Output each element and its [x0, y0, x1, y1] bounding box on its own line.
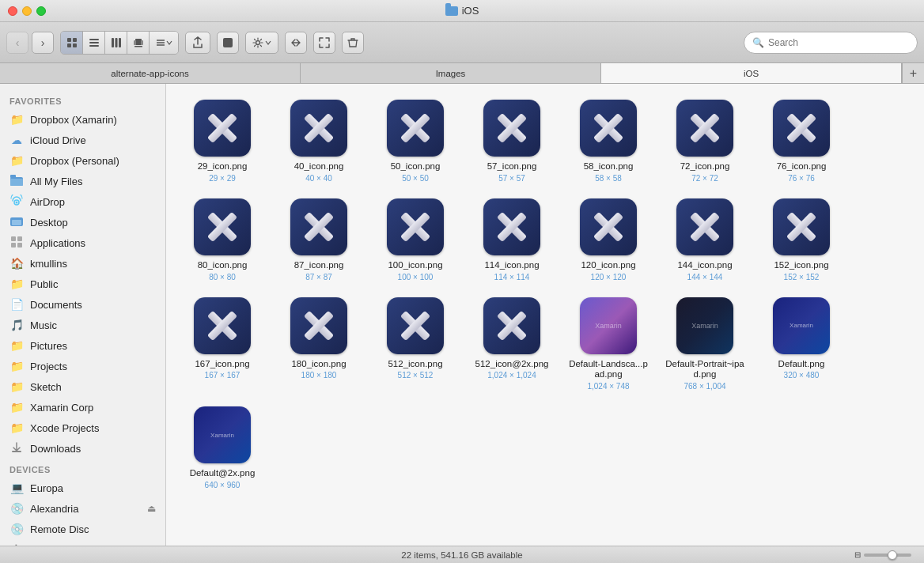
file-item-default-portrait[interactable]: Xamarin Default-Portrait~ipad.png 768 × …: [661, 294, 748, 395]
sidebar-item-europa[interactable]: 💻 Europa: [0, 478, 165, 498]
file-name: Default.png: [778, 359, 825, 370]
sidebar-item-desktop[interactable]: Desktop: [0, 212, 165, 232]
file-name: Default@2x.png: [190, 468, 256, 479]
x-icon: [684, 206, 725, 247]
view-arrange-button[interactable]: [150, 32, 178, 54]
file-icon: [387, 297, 444, 354]
view-list-button[interactable]: [83, 32, 105, 54]
file-grid: 29_icon.png 29 × 29 40_icon.png 40 × 40 …: [179, 96, 911, 493]
file-item-50[interactable]: 50_icon.png 50 × 50: [372, 96, 459, 186]
svg-rect-26: [17, 243, 22, 247]
x-icon: [491, 108, 532, 149]
file-size: 1,024 × 1,024: [487, 371, 536, 380]
file-size: 40 × 40: [305, 174, 332, 183]
sidebar-item-xcode-projects[interactable]: 📁 Xcode Projects: [0, 418, 165, 438]
sidebar-item-xamarin-corp[interactable]: 📁 Xamarin Corp: [0, 397, 165, 418]
forward-button[interactable]: ›: [32, 32, 54, 54]
file-item-512x2[interactable]: 512_icon@2x.png 1,024 × 1,024: [468, 294, 555, 395]
sidebar-item-public[interactable]: 📁 Public: [0, 274, 165, 294]
splash-label: Xamarin: [595, 322, 622, 330]
disk-icon: 💿: [9, 502, 24, 515]
x-icon: [491, 305, 532, 346]
folder-icon: 📁: [9, 380, 24, 393]
file-item-100[interactable]: 100_icon.png 100 × 100: [372, 195, 459, 285]
arrange2-button[interactable]: [285, 32, 307, 54]
file-size: 768 × 1,004: [684, 382, 725, 391]
expand-button[interactable]: [313, 32, 335, 54]
back-button[interactable]: ‹: [6, 32, 28, 54]
file-item-80[interactable]: 80_icon.png 80 × 80: [179, 195, 266, 285]
svg-rect-5: [89, 42, 99, 43]
sidebar-item-time-machine[interactable]: ⏱ Time Machine ⏏: [0, 539, 165, 546]
file-item-72[interactable]: 72_icon.png 72 × 72: [661, 96, 748, 186]
view-coverflow-button[interactable]: [127, 32, 150, 54]
file-name: 114_icon.png: [484, 260, 539, 271]
sidebar-item-remote-disc[interactable]: 💿 Remote Disc: [0, 519, 165, 539]
action-dropdown-icon: [265, 40, 271, 46]
view-columns-button[interactable]: [105, 32, 127, 54]
sidebar-item-all-my-files[interactable]: All My Files: [0, 171, 165, 191]
sidebar-item-dropbox-personal[interactable]: 📁 Dropbox (Personal): [0, 150, 165, 171]
view-icon-button[interactable]: [61, 32, 83, 54]
delete-button[interactable]: [342, 32, 364, 54]
close-button[interactable]: [8, 6, 17, 16]
file-name: 58_icon.png: [584, 161, 634, 172]
sidebar-item-alexandria[interactable]: 💿 Alexandria ⏏: [0, 498, 165, 519]
sidebar-item-pictures[interactable]: 📁 Pictures: [0, 335, 165, 356]
file-name: 87_icon.png: [294, 260, 344, 271]
file-size: 152 × 152: [784, 273, 820, 282]
tab-ios[interactable]: iOS: [601, 63, 902, 83]
share-button[interactable]: [185, 32, 210, 54]
sidebar-item-kmullins[interactable]: 🏠 kmullins: [0, 253, 165, 274]
file-name: 180_icon.png: [291, 359, 346, 370]
search-box[interactable]: 🔍: [744, 32, 918, 54]
sidebar-item-icloud-drive[interactable]: ☁ iCloud Drive: [0, 130, 165, 150]
zoom-slider[interactable]: ⊟: [854, 550, 911, 559]
file-icon: [387, 198, 444, 255]
file-item-512[interactable]: 512_icon.png 512 × 512: [372, 294, 459, 395]
file-item-58[interactable]: 58_icon.png 58 × 58: [565, 96, 652, 186]
file-item-29[interactable]: 29_icon.png 29 × 29: [179, 96, 266, 186]
sidebar-item-airdrop[interactable]: AirDrop: [0, 191, 165, 212]
file-item-default-landscape[interactable]: Xamarin Default-Landsca...pad.png 1,024 …: [565, 294, 652, 395]
file-item-114[interactable]: 114_icon.png 114 × 114: [468, 195, 555, 285]
file-item-40[interactable]: 40_icon.png 40 × 40: [275, 96, 362, 186]
cloud-icon: ☁: [9, 134, 24, 146]
sidebar-item-dropbox-xamarin[interactable]: 📁 Dropbox (Xamarin): [0, 109, 165, 130]
content-area: 29_icon.png 29 × 29 40_icon.png 40 × 40 …: [166, 84, 924, 546]
sidebar-item-projects[interactable]: 📁 Projects: [0, 356, 165, 376]
file-item-default[interactable]: Xamarin Default.png 320 × 480: [758, 294, 845, 395]
arrange-icon: [155, 37, 166, 48]
tab-alternate-app-icons[interactable]: alternate-app-icons: [0, 63, 301, 83]
file-item-76[interactable]: 76_icon.png 76 × 76: [758, 96, 845, 186]
file-icon: [580, 198, 637, 255]
file-size: 144 × 144: [687, 273, 723, 282]
eject-button[interactable]: ⏏: [147, 503, 156, 514]
sidebar-item-downloads[interactable]: Downloads: [0, 438, 165, 459]
minimize-button[interactable]: [22, 6, 32, 16]
file-item-167[interactable]: 167_icon.png 167 × 167: [179, 294, 266, 395]
sidebar-item-sketch[interactable]: 📁 Sketch: [0, 376, 165, 397]
file-size: 58 × 58: [595, 174, 622, 183]
sidebar-item-documents[interactable]: 📄 Documents: [0, 294, 165, 315]
add-tab-button[interactable]: +: [902, 63, 924, 83]
file-item-180[interactable]: 180_icon.png 180 × 180: [275, 294, 362, 395]
file-item-144[interactable]: 144_icon.png 144 × 144: [661, 195, 748, 285]
file-item-152[interactable]: 152_icon.png 152 × 152: [758, 195, 845, 285]
search-input[interactable]: [768, 37, 909, 48]
maximize-button[interactable]: [36, 6, 46, 16]
file-item-87[interactable]: 87_icon.png 87 × 87: [275, 195, 362, 285]
svg-rect-1: [73, 38, 77, 42]
file-item-120[interactable]: 120_icon.png 120 × 120: [565, 195, 652, 285]
file-item-default2x[interactable]: Xamarin Default@2x.png 640 × 960: [179, 403, 266, 493]
tag-button[interactable]: [217, 32, 239, 54]
tab-images[interactable]: Images: [301, 63, 601, 83]
svg-rect-22: [12, 220, 21, 225]
sidebar-item-applications[interactable]: Applications: [0, 232, 165, 253]
slider-thumb[interactable]: [888, 550, 897, 560]
file-item-57[interactable]: 57_icon.png 57 × 57: [468, 96, 555, 186]
action-button[interactable]: [245, 32, 278, 54]
slider-track[interactable]: [864, 554, 911, 557]
sidebar-item-music[interactable]: 🎵 Music: [0, 315, 165, 335]
svg-rect-27: [12, 451, 21, 452]
